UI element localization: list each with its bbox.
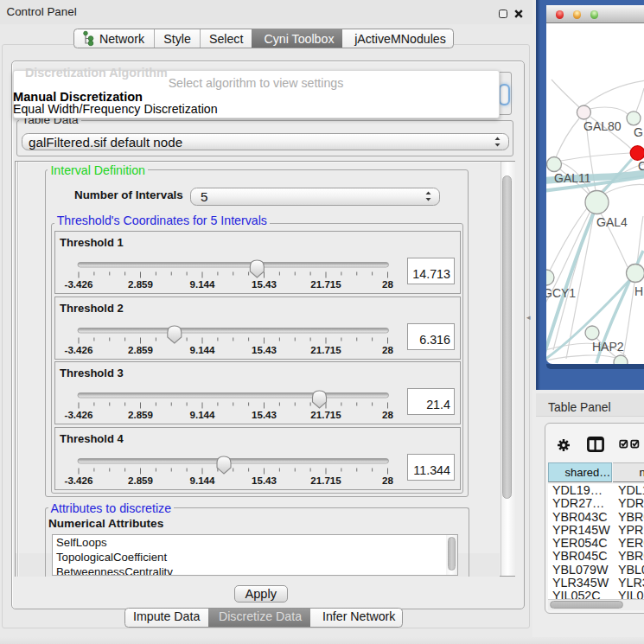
svg-text:GCY1: GCY1 xyxy=(546,286,576,300)
svg-text:H: H xyxy=(634,284,643,298)
svg-text:GAL11: GAL11 xyxy=(554,171,591,185)
svg-text:C: C xyxy=(638,159,644,173)
svg-text:GAL4: GAL4 xyxy=(596,215,628,229)
svg-text:GAL80: GAL80 xyxy=(583,119,622,133)
svg-text:G.: G. xyxy=(634,125,644,139)
svg-text:HAP2: HAP2 xyxy=(592,340,624,354)
